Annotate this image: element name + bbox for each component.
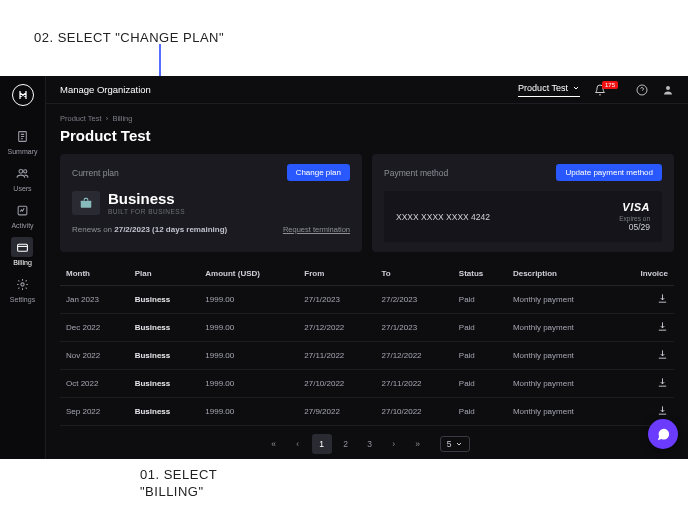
chevron-down-icon bbox=[455, 440, 463, 448]
gear-icon bbox=[11, 274, 33, 294]
product-selector[interactable]: Product Test bbox=[518, 83, 580, 97]
notifications-button[interactable]: 175 bbox=[594, 84, 622, 96]
sidebar-item-summary[interactable]: Summary bbox=[8, 122, 38, 159]
svg-point-4 bbox=[24, 169, 27, 172]
table-row: Sep 2022 Business 1999.00 27/9/2022 27/1… bbox=[60, 398, 674, 426]
cell-from: 27/9/2022 bbox=[298, 398, 375, 426]
sidebar-item-activity[interactable]: Activity bbox=[8, 196, 38, 233]
pagination-last[interactable]: » bbox=[408, 434, 428, 454]
billing-icon bbox=[11, 237, 33, 257]
cell-desc: Monthly payment bbox=[507, 314, 615, 342]
cell-to: 27/11/2022 bbox=[376, 370, 453, 398]
column-header: Plan bbox=[129, 262, 200, 286]
document-icon bbox=[11, 126, 33, 146]
page-size-select[interactable]: 5 bbox=[440, 436, 471, 452]
cell-desc: Monthly payment bbox=[507, 286, 615, 314]
table-row: Nov 2022 Business 1999.00 27/11/2022 27/… bbox=[60, 342, 674, 370]
breadcrumb-page: Billing bbox=[112, 114, 132, 123]
download-icon bbox=[657, 321, 668, 332]
cell-status: Paid bbox=[453, 398, 507, 426]
instruction-step-1: 01. SELECT "BILLING" bbox=[140, 467, 217, 501]
plan-subtitle: BUILT FOR BUSINESS bbox=[108, 208, 185, 215]
table-row: Oct 2022 Business 1999.00 27/10/2022 27/… bbox=[60, 370, 674, 398]
pagination-page[interactable]: 3 bbox=[360, 434, 380, 454]
svg-rect-6 bbox=[18, 244, 28, 251]
download-icon bbox=[657, 293, 668, 304]
cell-amount: 1999.00 bbox=[199, 342, 298, 370]
cell-status: Paid bbox=[453, 342, 507, 370]
cell-to: 27/10/2022 bbox=[376, 398, 453, 426]
logo-icon bbox=[12, 84, 34, 106]
pagination-prev[interactable]: ‹ bbox=[288, 434, 308, 454]
column-header: Status bbox=[453, 262, 507, 286]
svg-rect-10 bbox=[81, 201, 92, 208]
column-header: To bbox=[376, 262, 453, 286]
download-icon bbox=[657, 349, 668, 360]
change-plan-button[interactable]: Change plan bbox=[287, 164, 350, 181]
sidebar-item-settings[interactable]: Settings bbox=[8, 270, 38, 307]
cell-plan: Business bbox=[129, 314, 200, 342]
cell-status: Paid bbox=[453, 286, 507, 314]
sidebar-item-label: Settings bbox=[10, 296, 35, 303]
cell-desc: Monthly payment bbox=[507, 398, 615, 426]
expires-label: Expires on bbox=[619, 215, 650, 222]
table-row: Jan 2023 Business 1999.00 27/1/2023 27/2… bbox=[60, 286, 674, 314]
chat-icon bbox=[656, 427, 671, 442]
current-plan-card: Current plan Change plan Business BUILT … bbox=[60, 154, 362, 252]
cell-month: Oct 2022 bbox=[60, 370, 129, 398]
sidebar-item-label: Activity bbox=[11, 222, 33, 229]
download-icon bbox=[657, 377, 668, 388]
card-number: XXXX XXXX XXXX 4242 bbox=[396, 212, 490, 222]
cell-to: 27/12/2022 bbox=[376, 342, 453, 370]
cell-plan: Business bbox=[129, 286, 200, 314]
cell-invoice[interactable] bbox=[615, 314, 674, 342]
download-icon bbox=[657, 405, 668, 416]
cell-month: Sep 2022 bbox=[60, 398, 129, 426]
chevron-down-icon bbox=[572, 84, 580, 92]
pagination-page[interactable]: 2 bbox=[336, 434, 356, 454]
page-title: Product Test bbox=[60, 127, 674, 144]
cell-from: 27/10/2022 bbox=[298, 370, 375, 398]
column-header: Invoice bbox=[615, 262, 674, 286]
cell-from: 27/1/2023 bbox=[298, 286, 375, 314]
chat-fab[interactable] bbox=[648, 419, 678, 449]
cell-amount: 1999.00 bbox=[199, 370, 298, 398]
cell-plan: Business bbox=[129, 370, 200, 398]
cell-invoice[interactable] bbox=[615, 286, 674, 314]
sidebar-item-label: Billing bbox=[13, 259, 32, 266]
sidebar-item-billing[interactable]: Billing bbox=[8, 233, 38, 270]
sidebar-item-users[interactable]: Users bbox=[8, 159, 38, 196]
pagination: « ‹ 123 › » 5 bbox=[60, 434, 674, 454]
topbar-title: Manage Organization bbox=[60, 84, 151, 95]
cell-plan: Business bbox=[129, 398, 200, 426]
column-header: Month bbox=[60, 262, 129, 286]
instruction-step-2: 02. SELECT "CHANGE PLAN" bbox=[34, 30, 224, 45]
cell-invoice[interactable] bbox=[615, 342, 674, 370]
cell-from: 27/11/2022 bbox=[298, 342, 375, 370]
briefcase-icon bbox=[72, 191, 100, 215]
cell-invoice[interactable] bbox=[615, 370, 674, 398]
sidebar: SummaryUsersActivityBillingSettings bbox=[0, 76, 46, 459]
content-area: Product Test › Billing Product Test Curr… bbox=[46, 104, 688, 459]
svg-point-3 bbox=[19, 169, 23, 173]
pagination-first[interactable]: « bbox=[264, 434, 284, 454]
breadcrumb-org[interactable]: Product Test bbox=[60, 114, 102, 123]
payment-method-card: Payment method Update payment method XXX… bbox=[372, 154, 674, 252]
topbar: Manage Organization Product Test 175 bbox=[46, 76, 688, 104]
cell-month: Jan 2023 bbox=[60, 286, 129, 314]
main-area: Manage Organization Product Test 175 Pro… bbox=[46, 76, 688, 459]
cell-to: 27/1/2023 bbox=[376, 314, 453, 342]
pagination-page[interactable]: 1 bbox=[312, 434, 332, 454]
request-termination-link[interactable]: Request termination bbox=[283, 225, 350, 234]
pagination-next[interactable]: › bbox=[384, 434, 404, 454]
user-icon[interactable] bbox=[662, 84, 674, 96]
breadcrumb: Product Test › Billing bbox=[60, 114, 674, 123]
card-brand: VISA bbox=[619, 201, 650, 213]
users-icon bbox=[11, 163, 33, 183]
app-window: SummaryUsersActivityBillingSettings Mana… bbox=[0, 76, 688, 459]
cell-month: Dec 2022 bbox=[60, 314, 129, 342]
cell-to: 27/2/2023 bbox=[376, 286, 453, 314]
help-icon[interactable] bbox=[636, 84, 648, 96]
update-payment-button[interactable]: Update payment method bbox=[556, 164, 662, 181]
current-plan-heading: Current plan bbox=[72, 168, 119, 178]
